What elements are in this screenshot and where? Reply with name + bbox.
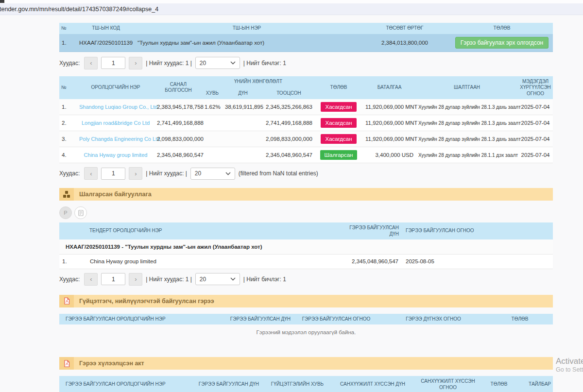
- page-number-input[interactable]: [101, 168, 125, 180]
- col-contract-eval-date: ГЭРЭЭ ДҮГНЭХ ОГНОО: [380, 314, 487, 325]
- guarantee-amount: 3,400,000 USD: [363, 147, 416, 163]
- total-records-text: | Нийт бичлэг: 1: [243, 276, 286, 283]
- total-pages-text: | Нийт хуудас: 1 |: [146, 276, 191, 283]
- next-page-button[interactable]: ›: [129, 57, 142, 69]
- chevron-right-icon: ›: [135, 170, 137, 177]
- discount-percent: [202, 131, 223, 147]
- discount-amount: [223, 115, 263, 131]
- notice-date: 2025-07-04: [518, 147, 553, 163]
- status-badge-selected: Шалгарсан: [320, 150, 358, 160]
- proposed-amount: 2,383,945,178,758: [154, 99, 202, 115]
- contract-amount: 2,345,048,960,547: [340, 254, 401, 269]
- prev-page-button[interactable]: ‹: [84, 167, 98, 180]
- tender-group-title: НХААГ/20250101139 - "Туулын хурдны зам"-…: [59, 239, 553, 254]
- contract-header-row: ГЭРЭЭ БАЙГУУЛСАН ОРОЛЦОГЧИЙН НЭР ГЭРЭЭ Б…: [59, 314, 553, 325]
- calculated-amount: 2,098,833,000,000: [263, 131, 314, 147]
- col-contract-participant: ГЭРЭЭ БАЙГУУЛСАН ОРОЛЦОГЧИЙН НЭР: [59, 314, 215, 325]
- guarantee-amount: 11,920,069,000 MNT: [363, 115, 416, 131]
- chevron-left-icon: ‹: [90, 170, 92, 177]
- document-icon: [78, 210, 84, 216]
- proposed-amount: 2,741,499,168,888: [154, 115, 202, 131]
- discount-amount: [223, 147, 263, 163]
- discount-percent: 1.62%: [202, 99, 223, 115]
- chevron-left-icon: ‹: [90, 275, 92, 283]
- col-discount-amount: ДҮН: [223, 87, 263, 99]
- calculated-amount: 2,345,325,266,863: [263, 99, 314, 115]
- section-selected-organization[interactable]: Шалгарсан байгууллага: [59, 188, 553, 201]
- url-text: tender.gov.mn/mn/result/detail/174357038…: [0, 6, 158, 13]
- row-no: 3.: [59, 131, 77, 147]
- document-export-button[interactable]: [74, 206, 87, 219]
- prev-page-button[interactable]: ‹: [84, 57, 98, 69]
- discount-amount: [223, 131, 263, 147]
- participant-link[interactable]: China Hyway group limited: [84, 152, 148, 158]
- act-header-row: ГЭРЭЭ БАЙГУУЛСАН ОРОЛЦОГЧИЙН НЭР ГЭРЭЭ Б…: [59, 376, 553, 392]
- rejection-reason: Хуулийн 28 дугаар зүйлийн 28.1.3 дахь за…: [416, 115, 518, 131]
- bidder-name: China Hyway group limited: [87, 254, 340, 269]
- next-page-button[interactable]: ›: [129, 167, 142, 180]
- page-size-value: 20: [200, 276, 206, 283]
- chevron-right-icon: ›: [135, 59, 137, 67]
- col-contract-participant: ГЭРЭЭ БАЙГУУЛСАН ОРОЛЦОГЧИЙН НЭР: [59, 376, 190, 392]
- page-number-input[interactable]: [101, 57, 125, 69]
- pdf-file-icon: [59, 357, 74, 370]
- col-no: №: [59, 23, 77, 34]
- total-pages-text: | Нийт хуудас: |: [146, 170, 187, 177]
- calculated-amount: 2,741,499,168,888: [263, 115, 314, 131]
- page-size-select[interactable]: 20: [190, 168, 235, 180]
- row-no: 2.: [59, 115, 77, 131]
- col-reason: ШАЛТГААН: [416, 76, 518, 100]
- col-status: ТӨЛӨВ: [314, 76, 363, 100]
- tender-summary-table: № ТШ-ЫН КОД ТШ-ЫН НЭР ТӨСӨВТ ӨРТӨГ ТӨЛӨВ…: [59, 23, 553, 52]
- row-no: 1.: [59, 34, 77, 52]
- col-no: №: [59, 76, 77, 100]
- rejection-reason: Хуулийн 28 дугаар зүйлийн 28.1.3 дахь за…: [416, 131, 518, 147]
- discount-percent: [202, 115, 223, 131]
- participant-link[interactable]: Poly Changda Engineering Co Ltd: [79, 136, 160, 142]
- section-title: Гүйцэтгэгч, нийлүүлэгчтэй байгуулсан гэр…: [79, 298, 214, 305]
- section-act[interactable]: Гэрээ хүлээлцсэн акт: [59, 357, 553, 370]
- page-size-select[interactable]: 20: [195, 273, 240, 285]
- col-status: ТӨЛӨВ: [484, 376, 514, 392]
- selected-org-header-row: ТЕНДЕРТ ОРОЛЦОГЧИЙН НЭР ГЭРЭЭ БАЙГУУЛСАН…: [59, 222, 553, 239]
- chevron-down-icon: [230, 61, 236, 65]
- participant-row: 4. China Hyway group limited 2,345,048,9…: [59, 147, 553, 163]
- col-tender-name: ТШ-ЫН НЭР: [135, 23, 359, 34]
- tender-summary-row[interactable]: 1. НХААГ/20250101139 "Туулын хурдны зам"…: [59, 34, 553, 52]
- col-contract-date: ГЭРЭЭ БАЙГУУЛСАН ОГНОО: [401, 222, 553, 239]
- col-discount-calculated: ТООЦСОН: [263, 87, 314, 99]
- page-size-select[interactable]: 20: [195, 57, 240, 69]
- col-guarantee: БАТАЛГАА: [363, 76, 416, 100]
- status-badge-awarded: Гэрээ байгуулах эрх олгогдсон: [455, 37, 549, 49]
- row-no: 1.: [59, 254, 87, 269]
- col-contract-amount: ГЭРЭЭ БАЙГУУЛСАН ДҮН: [215, 314, 292, 325]
- participant-link[interactable]: Longjian road&bridge Co Ltd: [82, 120, 150, 126]
- next-page-button[interactable]: ›: [129, 273, 142, 286]
- participant-row: 3. Poly Changda Engineering Co Ltd 2,098…: [59, 131, 553, 147]
- p-export-button[interactable]: P: [59, 206, 72, 219]
- chevron-left-icon: ‹: [90, 59, 92, 67]
- pagination-summary: Хуудас: ‹ › | Нийт хуудас: 1 | 20 | Нийт…: [59, 57, 553, 69]
- col-proposed: САНАЛ БОЛГОСОН: [154, 76, 202, 100]
- col-note: ТАЙЛБАР: [514, 376, 553, 392]
- page-number-input[interactable]: [101, 273, 125, 285]
- chevron-down-icon: [230, 277, 236, 281]
- prev-page-button[interactable]: ‹: [84, 273, 98, 286]
- chevron-down-icon: [225, 172, 231, 175]
- window-corner-mark: [0, 0, 4, 3]
- col-contract-amount: ГЭРЭЭ БАЙГУУЛСАН ДҮН: [190, 376, 261, 392]
- selected-org-row: 1. China Hyway group limited 2,345,048,9…: [59, 254, 553, 269]
- col-no: [59, 222, 87, 239]
- section-title: Шалгарсан байгууллага: [79, 191, 152, 198]
- rejection-reason: Хуулийн 28 дугаар зүйлийн 28.1.1 дэх заа…: [416, 147, 518, 163]
- col-bidder-name: ТЕНДЕРТ ОРОЛЦОГЧИЙН НЭР: [87, 222, 340, 239]
- participant-link[interactable]: Shandong Luqiao Group Co., Ltd: [79, 104, 157, 110]
- col-status: ТӨЛӨВ: [451, 23, 553, 34]
- section-contract[interactable]: Гүйцэтгэгч, нийлүүлэгчтэй байгуулсан гэр…: [59, 295, 553, 307]
- chevron-right-icon: ›: [135, 275, 137, 283]
- contract-date: 2025-08-05: [401, 254, 553, 269]
- browser-url-bar[interactable]: tender.gov.mn/mn/result/detail/174357038…: [0, 3, 583, 15]
- calculated-amount: 2,345,048,960,547: [263, 147, 314, 163]
- row-no: 1.: [59, 99, 77, 115]
- status-badge-rejected: Хасагдсан: [321, 118, 356, 128]
